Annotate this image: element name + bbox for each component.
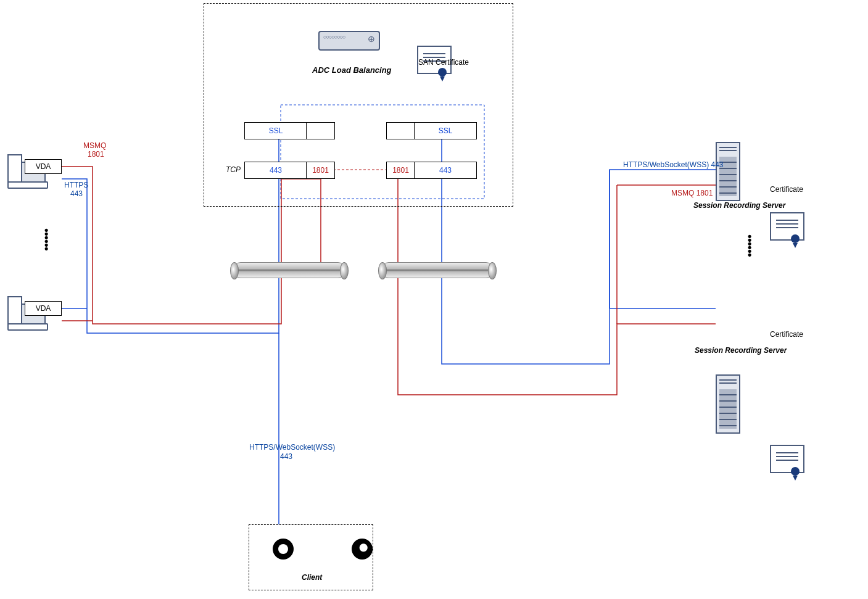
adc-right-1801: 1801 — [386, 162, 415, 179]
pipe-right — [381, 262, 494, 278]
pipe-left — [233, 262, 345, 278]
server-bottom-icon — [716, 374, 740, 434]
client-title: Client — [302, 573, 322, 582]
san-certificate-label: SAN Certificate — [418, 58, 469, 67]
server-bottom-cert-label: Certificate — [770, 330, 803, 339]
client-port-label: 443 — [280, 452, 292, 461]
adc-left-1801: 1801 — [306, 162, 335, 179]
adc-right-443: 443 — [414, 162, 477, 179]
adc-right-ssl-empty — [386, 122, 415, 139]
adc-left-443: 443 — [244, 162, 307, 179]
chrome-icon — [273, 539, 294, 560]
server-bottom-cert-icon — [770, 445, 804, 473]
adc-load-balancing-container: SAN Certificate ADC Load Balancing SSL T… — [204, 3, 513, 207]
client-container: Client — [249, 524, 373, 590]
vda-msmq-port: 1801 — [88, 150, 104, 159]
vda-ellipsis: •••••• — [44, 228, 48, 250]
firefox-icon — [352, 539, 373, 560]
vda-https-port: 443 — [70, 189, 83, 198]
server-bottom-title: Session Recording Server — [695, 346, 787, 355]
adc-appliance-icon — [318, 31, 380, 51]
adc-tcp-label: TCP — [226, 165, 241, 174]
server-top-icon — [716, 142, 740, 201]
vda-label-bottom: VDA — [25, 301, 62, 316]
vda-label-top: VDA — [25, 159, 62, 174]
adc-left-ssl: SSL — [244, 122, 307, 139]
server-ellipsis: •••••• — [748, 234, 751, 257]
server-top-cert-icon — [770, 212, 804, 241]
adc-title: ADC Load Balancing — [312, 65, 392, 75]
server-https-ws-label: HTTPS/WebSocket(WSS) 443 — [623, 160, 724, 169]
client-protocol-label: HTTPS/WebSocket(WSS) — [249, 443, 335, 452]
server-msmq-label: MSMQ 1801 — [671, 189, 713, 197]
vda-msmq-label: MSMQ — [83, 141, 106, 150]
server-top-title: Session Recording Server — [693, 201, 785, 210]
adc-left-ssl-empty — [306, 122, 335, 139]
adc-right-ssl: SSL — [414, 122, 477, 139]
server-top-cert-label: Certificate — [770, 185, 803, 194]
vda-https-label: HTTPS — [64, 181, 88, 189]
